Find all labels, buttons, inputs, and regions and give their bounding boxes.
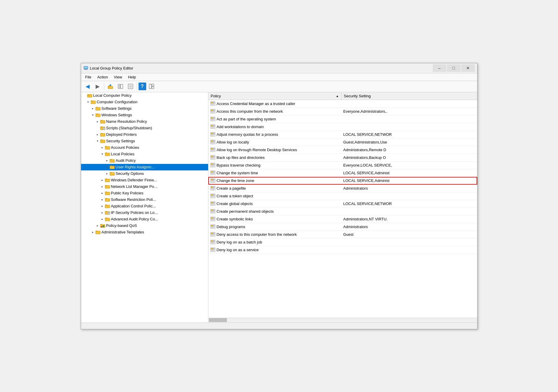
- svg-rect-63: [105, 218, 107, 218]
- export-button[interactable]: [126, 82, 135, 91]
- svg-rect-17: [152, 87, 154, 89]
- policy-setting-2: [342, 115, 430, 123]
- policy-row-9[interactable]: Change the system timeLOCAL SERVICE,Admi…: [208, 169, 477, 177]
- policy-icon-13: [210, 201, 216, 206]
- policy-setting-19: [342, 246, 430, 254]
- tree-item-app-control[interactable]: ▸ Application Control Polic...: [81, 203, 208, 209]
- folder-icon-admin-templates: [95, 230, 101, 235]
- tree-item-local-policies[interactable]: ▾ Local Policies: [81, 151, 208, 157]
- expand-arrow-windows-settings: ▾: [91, 113, 95, 117]
- policy-row-17[interactable]: Deny access to this computer from the ne…: [208, 231, 477, 238]
- folder-icon-security-settings: [100, 139, 105, 143]
- policy-row-10[interactable]: Change the time zoneLOCAL SERVICE,Admini…: [208, 177, 477, 185]
- policy-row-15[interactable]: Create symbolic linksAdministrators,NT V…: [208, 215, 477, 223]
- svg-rect-29: [100, 127, 102, 127]
- folder-icon-windows-defender: [105, 178, 110, 183]
- policy-row-3[interactable]: Add workstations to domain: [208, 123, 477, 131]
- policy-row-12[interactable]: Create a token object: [208, 192, 477, 200]
- back-button[interactable]: ◀: [83, 82, 92, 91]
- svg-rect-136: [211, 171, 213, 172]
- tree-root[interactable]: Local Computer Policy: [81, 92, 208, 99]
- expand-arrow-network-list: ▸: [100, 184, 105, 189]
- tree-item-security-settings[interactable]: ▾ Security Settings: [81, 138, 208, 144]
- policy-row-11[interactable]: Create a pagefileAdministrators: [208, 185, 477, 192]
- menu-view[interactable]: View: [111, 74, 125, 80]
- policy-row-14[interactable]: Create permanent shared objects: [208, 208, 477, 215]
- show-hide-button[interactable]: [116, 82, 125, 91]
- properties-button[interactable]: [147, 82, 156, 91]
- policy-icon-4: [210, 132, 216, 137]
- forward-button[interactable]: ▶: [93, 82, 102, 91]
- policy-row-19[interactable]: Deny log on as a service: [208, 246, 477, 254]
- policy-row-16[interactable]: Debug programsAdministrators: [208, 223, 477, 231]
- up-button[interactable]: [106, 82, 115, 91]
- policy-row-2[interactable]: Act as part of the operating system: [208, 115, 477, 123]
- tree-item-admin-templates[interactable]: ▸ Administrative Templates: [81, 229, 208, 235]
- tree-item-advanced-audit[interactable]: ▸ Advanced Audit Policy Co...: [81, 216, 208, 222]
- policy-setting-10: LOCAL SERVICE,Administ: [342, 177, 430, 184]
- policy-row-13[interactable]: Create global objectsLOCAL SERVICE,NETWO…: [208, 200, 477, 208]
- tree-item-name-resolution[interactable]: ▸ Name Resolution Policy: [81, 118, 208, 125]
- svg-rect-58: [105, 211, 107, 212]
- policy-setting-3: [342, 123, 430, 130]
- tree-item-windows-settings[interactable]: ▾ Windows Settings: [81, 112, 208, 118]
- tree-item-account-policies[interactable]: ▸ Account Policies: [81, 144, 208, 151]
- policy-row-0[interactable]: Access Credential Manager as a trusted c…: [208, 100, 477, 108]
- policy-name-19: Deny log on as a service: [208, 246, 342, 254]
- window-title: Local Group Policy Editor: [90, 66, 433, 70]
- svg-rect-206: [211, 248, 213, 249]
- policy-setting-17: Guest: [342, 231, 430, 238]
- svg-rect-1: [84, 67, 88, 69]
- tree-item-windows-defender[interactable]: ▸ Windows Defender Firew...: [81, 177, 208, 183]
- menu-help[interactable]: Help: [125, 74, 139, 80]
- expand-arrow-software-settings: ▸: [91, 106, 95, 111]
- policy-setting-5: Guest,Administrators,Use: [342, 138, 430, 146]
- policy-row-5[interactable]: Allow log on locallyGuest,Administrators…: [208, 138, 477, 146]
- menu-action[interactable]: Action: [94, 74, 111, 80]
- svg-rect-23: [96, 107, 98, 108]
- policy-list[interactable]: Access Credential Manager as a trusted c…: [208, 100, 477, 318]
- policy-row-1[interactable]: Access this computer from the networkEve…: [208, 108, 477, 115]
- policy-row-18[interactable]: Deny log on as a batch job: [208, 238, 477, 246]
- help-button[interactable]: ?: [139, 83, 146, 90]
- policy-setting-4: LOCAL SERVICE,NETWOR: [342, 131, 430, 138]
- policy-row-7[interactable]: Back up files and directoriesAdministrat…: [208, 154, 477, 162]
- tree-item-software-restriction[interactable]: ▸ Software Restriction Poli...: [81, 196, 208, 203]
- tree-item-audit-policy[interactable]: ▸ Audit Policy: [81, 157, 208, 164]
- svg-rect-22: [96, 107, 100, 110]
- close-button[interactable]: ✕: [461, 64, 475, 72]
- menu-bar: FileActionViewHelp: [81, 73, 477, 81]
- tree-item-scripts[interactable]: Scripts (Startup/Shutdown): [81, 125, 208, 131]
- tree-item-network-list[interactable]: ▸ Network List Manager Po...: [81, 183, 208, 190]
- policy-row-4[interactable]: Adjust memory quotas for a processLOCAL …: [208, 131, 477, 138]
- tree-item-software-settings[interactable]: ▸ Software Settings: [81, 105, 208, 112]
- folder-icon-software-restriction: [105, 197, 110, 202]
- security-setting-column-header[interactable]: Security Setting: [342, 92, 430, 100]
- tree-label-software-settings: Software Settings: [102, 106, 132, 111]
- policy-column-header[interactable]: Policy ▲: [208, 92, 342, 100]
- expand-arrow-account-policies: ▸: [100, 145, 105, 150]
- policy-icon-0: [210, 101, 216, 106]
- svg-rect-70: [96, 231, 98, 231]
- policy-name-13: Create global objects: [208, 200, 342, 207]
- horizontal-scrollbar[interactable]: [208, 318, 477, 322]
- policy-icon-3: [210, 124, 216, 129]
- policy-name-9: Change the system time: [208, 169, 342, 177]
- minimize-button[interactable]: –: [433, 64, 446, 72]
- policy-row-6[interactable]: Allow log on through Remote Desktop Serv…: [208, 146, 477, 154]
- policy-row-8[interactable]: Bypass traverse checkingEveryone,LOCAL S…: [208, 162, 477, 169]
- policy-setting-14: [342, 208, 430, 215]
- maximize-button[interactable]: □: [447, 64, 461, 72]
- menu-file[interactable]: File: [82, 74, 94, 80]
- policy-icon-11: [210, 186, 216, 191]
- tree-item-user-rights[interactable]: ▸ User Rights Assignm...: [81, 164, 208, 170]
- tree-item-policy-qos[interactable]: ▸ Policy-based QoS: [81, 222, 208, 229]
- tree-item-security-options[interactable]: ▸ Security Options: [81, 170, 208, 177]
- tree-item-computer-config[interactable]: ▾ Computer Configuration: [81, 99, 208, 105]
- app-icon: [83, 66, 88, 70]
- tree-item-deployed-printers[interactable]: ▸ Deployed Printers: [81, 131, 208, 138]
- tree-item-ip-security[interactable]: ▸ IP Security Policies on Lo...: [81, 209, 208, 216]
- scrollbar-thumb[interactable]: [209, 318, 227, 322]
- tree-item-public-key[interactable]: ▸ Public Key Policies: [81, 190, 208, 196]
- policy-name-2: Act as part of the operating system: [208, 115, 342, 123]
